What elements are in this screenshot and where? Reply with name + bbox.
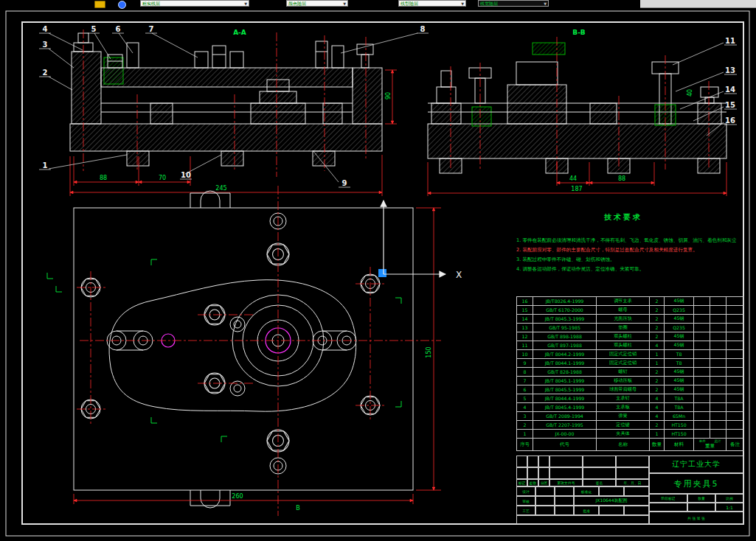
bom-header-material: 材料 <box>665 439 694 451</box>
signature-grid: 设计 标准化 审核 JX10644装配图 工艺 批准 <box>516 486 649 524</box>
bom-cell-w1 <box>694 403 710 412</box>
layer-combobox-value: 粗实线层 <box>142 1 160 7</box>
bom-cell-material: 45钢 <box>665 377 694 385</box>
bom-cell-qty: 1 <box>650 430 665 439</box>
bom-cell-no: 2 <box>517 421 533 430</box>
dim-plan-b: B <box>296 505 300 512</box>
bom-cell-no: 13 <box>517 324 533 332</box>
chevron-down-icon: ▼ <box>461 1 464 7</box>
bom-cell-remark <box>726 350 744 359</box>
bom-cell-w1 <box>694 359 710 368</box>
bom-cell-w2 <box>710 403 726 412</box>
bom-cell-code: GB/T 6170-2000 <box>533 306 597 315</box>
lineweight-combobox-value: 线宽随层 <box>480 1 498 7</box>
bom-cell-qty: 1 <box>650 350 665 359</box>
bom-cell-no: 3 <box>517 412 533 421</box>
label-date: 年、月、日 <box>616 479 649 486</box>
bom-cell-no: 7 <box>517 377 533 385</box>
stage-labels: 阶段标记 数量 比例 <box>649 494 743 503</box>
dim-front-side: 90 <box>385 92 392 100</box>
bom-cell-w2 <box>710 315 726 324</box>
bom-cell-no: 9 <box>517 359 533 368</box>
bom-cell-w1 <box>694 306 710 315</box>
dim-side-d1: 44 <box>569 175 577 182</box>
change-record-grid <box>516 456 649 479</box>
label-design: 设计 <box>516 486 535 496</box>
cad-application-window: 粗实线层 ▼ 颜色随层 ▼ 线型随层 ▼ 线宽随层 ▼ <box>0 0 756 541</box>
dim-side-d2: 88 <box>618 175 625 182</box>
bom-cell-name: 固定式定位销 <box>597 359 650 368</box>
bom-cell-code: GB/T 2089-1994 <box>533 412 597 421</box>
bom-cell-w1 <box>694 350 710 359</box>
bom-cell-code: JB/T 8045.5-1999 <box>533 385 597 394</box>
dim-front-d1: 88 <box>100 175 107 181</box>
bom-cell-no: 15 <box>517 306 533 315</box>
bom-cell-remark <box>726 297 744 306</box>
bom-rows: 16JB/T8026.4-1999调节支承245钢15GB/T 6170-200… <box>517 297 744 439</box>
bom-header-weight: 单件 总计 重量 <box>694 439 726 451</box>
bom-row: 4JB/T 8045.4-1999支承板4T8A <box>517 403 744 412</box>
bom-cell-qty: 2 <box>650 368 665 377</box>
bom-cell-code: GB/T 828-1988 <box>533 368 597 377</box>
bom-row: 15GB/T 6170-2000螺母2Q235 <box>517 306 744 315</box>
color-combobox[interactable]: 颜色随层 ▼ <box>286 0 348 7</box>
section-label-right: B-B <box>572 29 586 36</box>
bom-cell-material: 45钢 <box>665 332 694 341</box>
bom-cell-qty: 2 <box>650 377 665 385</box>
bom-cell-no: 5 <box>517 394 533 403</box>
bom-cell-w2 <box>710 377 726 385</box>
lineweight-combobox[interactable]: 线宽随层 ▼ <box>478 0 549 7</box>
layer-combobox[interactable]: 粗实线层 ▼ <box>140 0 249 7</box>
bom-header-remark: 备注 <box>726 439 744 451</box>
bom-cell-no: 1 <box>517 430 533 439</box>
change-record-labels: 标记 处数 分区 更改文件号 签名 年、月、日 <box>516 479 649 486</box>
bom-row: 13GB/T 95-1985垫圈2Q235 <box>517 324 744 332</box>
bom-header-code: 代号 <box>533 439 597 451</box>
bom-cell-w2 <box>710 324 726 332</box>
label-audit: 审核 <box>516 496 535 506</box>
bom-table: 16JB/T8026.4-1999调节支承245钢15GB/T 6170-200… <box>516 296 744 451</box>
balloon-3: 3 <box>43 41 48 49</box>
bom-cell-code: GB/T 2207-1995 <box>533 421 597 430</box>
bom-cell-remark <box>726 430 744 439</box>
color-combobox-value: 颜色随层 <box>288 1 306 7</box>
bom-cell-code: JB/T 8045.1-1999 <box>533 377 597 385</box>
bom-cell-qty: 1 <box>650 359 665 368</box>
bom-cell-w1 <box>694 341 710 350</box>
label-count: 处数 <box>527 479 538 486</box>
bom-cell-w1 <box>694 430 710 439</box>
open-folder-icon[interactable] <box>94 1 105 8</box>
bom-header-weight-label: 重量 <box>695 443 725 450</box>
bom-cell-material: 45钢 <box>665 297 694 306</box>
bom-cell-code: GB/T 898-1988 <box>533 332 597 341</box>
bom-cell-material: 65Mn <box>665 412 694 421</box>
bom-cell-name: 光面压块 <box>597 315 650 324</box>
bom-row: 14JB/T 8045.3-1999光面压块245钢 <box>517 315 744 324</box>
dim-side-v: 40 <box>687 89 693 97</box>
bom-header-weight-total: 总计 <box>714 439 721 443</box>
balloon-16: 16 <box>725 116 735 125</box>
balloon-13: 13 <box>725 66 735 74</box>
tech-req-line: 1. 零件在装配前必须清理和清洗干净，不得有毛刺、飞边、氧化皮、锈蚀、切屑、油污… <box>516 236 736 245</box>
scale-value: 1:1 <box>715 503 743 512</box>
bom-cell-remark <box>726 368 744 377</box>
dim-plan-w: 260 <box>232 493 243 500</box>
bom-cell-w2 <box>710 368 726 377</box>
label-stage: 阶段标记 <box>649 494 687 503</box>
bom-cell-material: HT150 <box>665 430 694 439</box>
bom-cell-remark <box>726 377 744 385</box>
plan-view-dimension-lines <box>74 208 441 504</box>
globe-icon[interactable] <box>118 1 126 9</box>
linetype-combobox[interactable]: 线型随层 ▼ <box>398 0 466 7</box>
bom-cell-code: JX-00-00 <box>533 430 597 439</box>
dim-plan-h: 150 <box>426 346 432 357</box>
bom-row: 8GB/T 828-1988螺钉245钢 <box>517 368 744 377</box>
bom-cell-no: 4 <box>517 403 533 412</box>
front-view-dimension-text: 88 70 245 90 A-A <box>100 29 392 192</box>
bom-cell-name: 移动压板 <box>597 377 650 385</box>
bom-cell-w1 <box>694 421 710 430</box>
balloon-5: 5 <box>91 25 97 33</box>
balloon-1: 1 <box>43 161 48 170</box>
bom-cell-material: T8A <box>665 394 694 403</box>
tech-req-lines: 1. 零件在装配前必须清理和清洗干净，不得有毛刺、飞边、氧化皮、锈蚀、切屑、油污… <box>516 236 736 274</box>
